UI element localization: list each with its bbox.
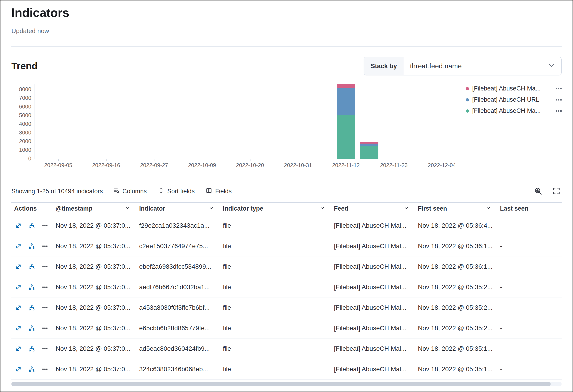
horizontal-scrollbar-track — [11, 382, 562, 386]
investigate-in-timeline-button[interactable] — [28, 304, 36, 311]
actions-cell — [11, 297, 53, 318]
columns-icon — [113, 187, 120, 196]
investigate-in-timeline-button[interactable] — [28, 324, 36, 332]
bar-segment[interactable] — [360, 144, 378, 146]
more-actions-button[interactable] — [41, 324, 49, 332]
chart-bar[interactable] — [337, 84, 355, 159]
investigate-in-timeline-button[interactable] — [28, 263, 36, 271]
open-details-flyout-button[interactable] — [15, 283, 22, 291]
open-details-flyout-button[interactable] — [15, 324, 22, 332]
indicator-cell: aedf76b667c1d032ba1... — [136, 277, 220, 297]
indicator-type-cell: file — [220, 318, 331, 338]
bar-segment[interactable] — [337, 88, 355, 115]
timestamp-cell: Nov 18, 2022 @ 05:37:0... — [53, 318, 136, 338]
stack-by-control: Stack by threat.feed.name — [364, 57, 562, 75]
table-row: Nov 18, 2022 @ 05:37:0... a453a8030f0f3f… — [11, 297, 562, 318]
legend-item[interactable]: [Filebeat] AbuseCH URL — [466, 96, 562, 103]
investigate-in-timeline-button[interactable] — [28, 242, 36, 250]
open-details-flyout-button[interactable] — [15, 365, 22, 373]
boxes-horizontal-icon — [41, 284, 48, 290]
y-axis-label: 0 — [12, 156, 31, 162]
chart-plot: 010002000300040005000600070008000 — [34, 84, 466, 159]
fullscreen-icon — [552, 193, 561, 196]
legend-item[interactable]: [Filebeat] AbuseCH Ma... — [466, 107, 562, 114]
open-details-flyout-button[interactable] — [15, 263, 22, 271]
y-axis-label: 2000 — [12, 138, 31, 144]
boxes-horizontal-icon — [41, 222, 48, 229]
timeline-icon — [28, 243, 35, 250]
fullscreen-button[interactable] — [551, 186, 562, 197]
column-header-label: Indicator — [139, 205, 165, 212]
legend-color-dot — [466, 109, 469, 113]
sort-fields-button[interactable]: Sort fields — [158, 187, 195, 196]
more-actions-button[interactable] — [41, 263, 49, 271]
bar-segment[interactable] — [360, 142, 378, 144]
legend-actions-icon[interactable] — [556, 88, 562, 89]
open-details-flyout-button[interactable] — [15, 345, 22, 353]
more-actions-button[interactable] — [41, 365, 49, 373]
chevron-down-icon — [548, 62, 555, 71]
column-header-timestamp[interactable]: @timestamp — [53, 203, 136, 215]
stack-by-select[interactable]: threat.feed.name — [404, 57, 561, 75]
sort-icon — [158, 187, 164, 196]
chart-bar[interactable] — [360, 142, 378, 159]
bar-segment[interactable] — [337, 115, 355, 159]
chevron-down-icon — [320, 205, 325, 212]
open-details-flyout-button[interactable] — [15, 242, 22, 250]
last-seen-cell: - — [497, 359, 562, 379]
more-actions-button[interactable] — [41, 345, 49, 353]
chevron-down-icon — [209, 205, 214, 212]
actions-cell — [11, 339, 53, 359]
inspect-button[interactable] — [533, 186, 543, 197]
more-actions-button[interactable] — [41, 242, 49, 250]
actions-cell — [11, 236, 53, 256]
legend-item[interactable]: [Filebeat] AbuseCH Ma... — [466, 85, 562, 92]
indicator-type-cell: file — [220, 277, 331, 297]
more-actions-button[interactable] — [41, 283, 49, 291]
table-body: Nov 18, 2022 @ 05:37:0... f29e2ca1a03234… — [11, 215, 562, 379]
fields-button[interactable]: Fields — [206, 187, 232, 196]
expand-icon — [15, 222, 22, 229]
more-actions-button[interactable] — [41, 222, 49, 229]
first-seen-cell: Nov 18, 2022 @ 05:35:2... — [415, 297, 497, 318]
x-axis-tick — [442, 159, 442, 161]
open-details-flyout-button[interactable] — [15, 222, 22, 229]
bar-segment[interactable] — [360, 146, 378, 159]
actions-cell — [11, 277, 53, 297]
table-row: Nov 18, 2022 @ 05:37:0... e65cbb6b28d865… — [11, 318, 562, 339]
column-header-label: Last seen — [500, 205, 529, 212]
timeline-icon — [28, 345, 35, 352]
indicator-cell: c2ee15037764974e75... — [136, 236, 220, 256]
boxes-horizontal-icon — [41, 304, 48, 311]
column-header-indicator[interactable]: Indicator — [136, 203, 220, 215]
x-axis-label: 2022-09-27 — [140, 162, 168, 169]
horizontal-scrollbar-thumb[interactable] — [11, 382, 551, 386]
trend-chart: 010002000300040005000600070008000 2022-0… — [11, 84, 562, 174]
investigate-in-timeline-button[interactable] — [28, 345, 36, 353]
legend-actions-icon[interactable] — [556, 110, 562, 112]
open-details-flyout-button[interactable] — [15, 304, 22, 311]
investigate-in-timeline-button[interactable] — [28, 222, 36, 229]
actions-cell — [11, 215, 53, 236]
column-header-first-seen[interactable]: First seen — [415, 203, 497, 215]
investigate-in-timeline-button[interactable] — [28, 283, 36, 291]
last-seen-cell: - — [497, 297, 562, 318]
column-header-feed[interactable]: Feed — [331, 203, 415, 215]
indicator-type-cell: file — [220, 359, 331, 379]
timeline-icon — [28, 284, 35, 290]
column-header-indicator-type[interactable]: Indicator type — [220, 203, 331, 215]
indicator-cell: ad5eac80ed360424fb9... — [136, 339, 220, 359]
timeline-icon — [28, 222, 35, 229]
timeline-icon — [28, 366, 35, 373]
bar-segment[interactable] — [337, 84, 355, 88]
boxes-horizontal-icon — [41, 345, 48, 352]
more-actions-button[interactable] — [41, 304, 49, 311]
y-axis-label: 6000 — [12, 104, 31, 110]
legend-actions-icon[interactable] — [556, 99, 562, 101]
investigate-in-timeline-button[interactable] — [28, 365, 36, 373]
columns-button[interactable]: Columns — [113, 187, 147, 196]
column-header-last-seen: Last seen — [497, 203, 562, 215]
x-axis-label: 2022-10-20 — [236, 162, 264, 169]
feed-cell: [Filebeat] AbuseCH Mal... — [331, 236, 415, 256]
feed-cell: [Filebeat] AbuseCH Mal... — [331, 277, 415, 297]
